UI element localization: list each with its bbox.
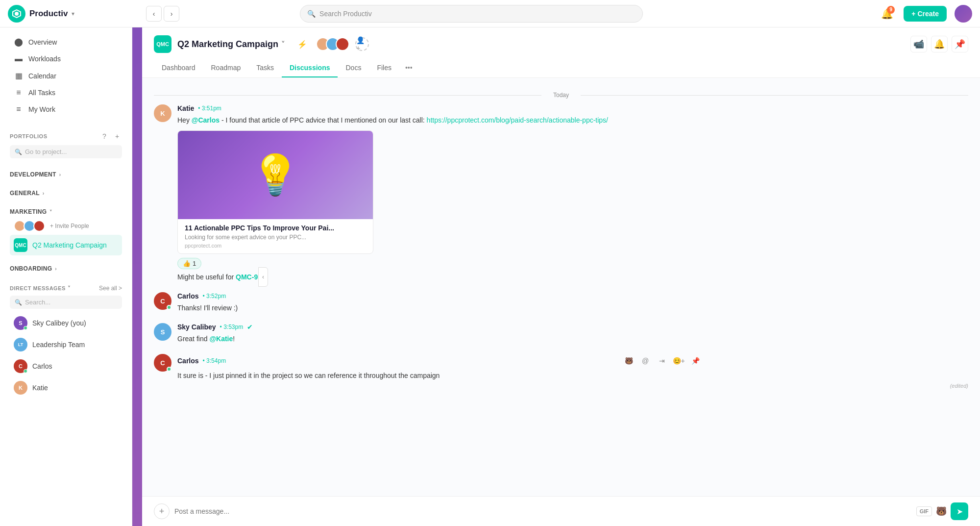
pin-icon[interactable]: 📌: [952, 36, 968, 52]
invite-people-link[interactable]: + Invite People: [50, 223, 89, 229]
portfolio-search[interactable]: 🔍 Go to project...: [10, 145, 122, 158]
dm-title-chevron: ˅: [68, 285, 71, 292]
messages-area: Today K Katie • 3:51pm Hey @Carlos - I f…: [142, 78, 980, 496]
online-status-sky: [24, 326, 27, 330]
dm-item-katie[interactable]: K Katie: [10, 377, 122, 398]
sky-message-text: Great find @Katie!: [177, 334, 968, 344]
tab-tasks[interactable]: Tasks: [248, 59, 282, 77]
sidebar-item-all-tasks[interactable]: ≡ All Tasks: [4, 84, 128, 101]
thumbs-up-reaction[interactable]: 👍 1: [177, 258, 201, 269]
carlos-avatar-2: C: [154, 354, 172, 372]
message-input-area: + GIF 🐻 ➤: [142, 496, 980, 526]
dm-item-sky[interactable]: S Sky Calibey (you): [10, 313, 122, 333]
carlos-online-dot-1: [167, 305, 172, 310]
pin-message-button[interactable]: 🐻: [622, 354, 636, 368]
carlos-time-1: • 3:52pm: [203, 293, 226, 300]
sidebar-group-marketing-header[interactable]: MARKETING ˅: [10, 205, 122, 218]
dm-avatar-carlos: C: [14, 359, 27, 373]
notification-badge: 9: [887, 6, 895, 14]
katie-message-text: Hey @Carlos - I found that article of PP…: [177, 115, 968, 125]
search-placeholder: Search Productiv: [319, 10, 372, 18]
katie-avatar: K: [154, 104, 172, 122]
katie-footer: Might be useful for QMC-9: [177, 272, 968, 282]
sky-time: • 3:53pm: [220, 324, 244, 330]
app-name: Productiv: [29, 9, 68, 19]
notification-bell-icon[interactable]: 🔔: [931, 36, 948, 52]
marketing-chevron: ˅: [49, 209, 52, 215]
video-icon[interactable]: 📹: [910, 36, 927, 52]
user-avatar[interactable]: [955, 5, 972, 23]
sky-avatar-initial: S: [161, 328, 165, 336]
sky-author: Sky Calibey: [177, 323, 216, 331]
development-label: DEVELOPMENT: [10, 171, 56, 178]
dm-title[interactable]: DIRECT MESSAGES ˅: [10, 285, 71, 292]
portfolios-help-button[interactable]: ?: [99, 131, 109, 141]
dm-header: DIRECT MESSAGES ˅ See all >: [10, 285, 122, 292]
create-button[interactable]: + Create: [904, 6, 947, 22]
portfolios-title: PORTFOLIOS: [10, 133, 48, 139]
message-group-carlos-2: C Carlos • 3:54pm 🐻 @ ⇥ 😊+ 📌: [154, 354, 968, 389]
reaction-emoji: 👍: [183, 260, 191, 267]
katie-mention: @Katie: [209, 335, 233, 343]
portfolios-actions: ? +: [99, 131, 122, 141]
dm-search[interactable]: 🔍 Search...: [10, 296, 122, 309]
sidebar-group-onboarding-header[interactable]: ONBOARDING ›: [10, 262, 122, 275]
at-mention-button[interactable]: @: [638, 354, 652, 368]
message-input[interactable]: [174, 507, 911, 515]
tab-discussions[interactable]: Discussions: [282, 59, 338, 77]
tab-files[interactable]: Files: [369, 59, 399, 77]
forward-button[interactable]: ›: [164, 6, 179, 22]
project-icon: QMC: [154, 35, 172, 53]
general-chevron: ›: [43, 191, 45, 196]
general-label: GENERAL: [10, 190, 40, 197]
sidebar-item-workloads-label: Workloads: [28, 55, 61, 63]
link-preview-desc: Looking for some expert advice on your P…: [185, 234, 366, 241]
sidebar-group-general-header[interactable]: GENERAL ›: [10, 187, 122, 200]
lightning-icon[interactable]: ⚡: [294, 36, 310, 52]
gif-button[interactable]: GIF: [916, 506, 932, 516]
link-preview-card[interactable]: 💡 11 Actionable PPC Tips To Improve Your…: [177, 130, 373, 254]
back-button[interactable]: ‹: [146, 6, 162, 22]
sidebar-item-workloads[interactable]: ▬ Workloads: [4, 50, 128, 67]
notification-button[interactable]: 🔔 9: [878, 5, 896, 23]
sidebar: ⬤ Overview ▬ Workloads ▦ Calendar ≡ All …: [0, 27, 132, 526]
tab-dashboard[interactable]: Dashboard: [154, 59, 203, 77]
portfolios-section: PORTFOLIOS ? + 🔍 Go to project...: [0, 124, 132, 166]
sidebar-project-q2-marketing[interactable]: QMC Q2 Marketing Campaign: [10, 235, 122, 255]
carlos-message-text-2: It sure is - I just pinned it in the pro…: [177, 371, 968, 381]
add-attachment-button[interactable]: +: [154, 503, 170, 519]
link-preview-url: ppcprotect.com: [185, 243, 366, 249]
sidebar-group-general: GENERAL ›: [0, 185, 132, 201]
input-right-actions: GIF 🐻 ➤: [916, 502, 968, 520]
sidebar-toggle[interactable]: ‹: [258, 267, 268, 287]
send-button[interactable]: ➤: [951, 502, 968, 520]
tab-docs[interactable]: Docs: [338, 59, 369, 77]
ppc-link[interactable]: https://ppcprotect.com/blog/paid-search/…: [427, 116, 608, 124]
emoji-button[interactable]: 🐻: [936, 506, 947, 517]
sidebar-item-my-work[interactable]: ≡ My Work: [4, 101, 128, 118]
emoji-react-button[interactable]: 😊+: [672, 354, 686, 368]
sidebar-item-overview[interactable]: ⬤ Overview: [4, 33, 128, 50]
dm-item-carlos[interactable]: C Carlos: [10, 356, 122, 376]
header-right-actions: 📹 🔔 📌: [910, 36, 968, 52]
dm-item-leadership[interactable]: LT Leadership Team: [10, 334, 122, 355]
sidebar-item-calendar[interactable]: ▦ Calendar: [4, 67, 128, 84]
format-button[interactable]: ⇥: [655, 354, 669, 368]
search-bar[interactable]: 🔍 Search Productiv: [300, 5, 643, 23]
bookmark-button[interactable]: 📌: [688, 354, 702, 368]
qmc9-link[interactable]: QMC-9: [236, 273, 258, 281]
tab-more[interactable]: •••: [399, 59, 418, 77]
tab-roadmap[interactable]: Roadmap: [203, 59, 249, 77]
carlos-message-body-1: Carlos • 3:52pm Thanks! I'll review :): [177, 292, 968, 313]
sidebar-group-development-header[interactable]: DEVELOPMENT ›: [10, 168, 122, 181]
add-member-button[interactable]: 👤+: [355, 37, 369, 51]
svg-point-1: [15, 12, 19, 16]
portfolios-add-button[interactable]: +: [112, 131, 122, 141]
sidebar-item-calendar-label: Calendar: [28, 72, 56, 80]
portfolio-search-placeholder: Go to project...: [25, 148, 67, 155]
project-name[interactable]: Q2 Marketing Campaign ˅: [177, 39, 285, 50]
dm-name-katie: Katie: [32, 384, 48, 392]
dm-avatar-leadership: LT: [14, 338, 27, 351]
dm-see-all[interactable]: See all >: [99, 285, 122, 292]
date-divider: Today: [154, 92, 968, 99]
